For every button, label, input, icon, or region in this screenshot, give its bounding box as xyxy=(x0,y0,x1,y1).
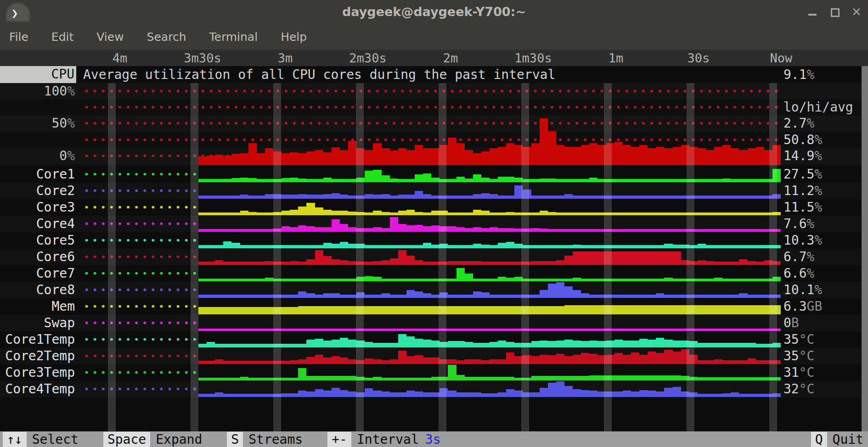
menu-bar: File Edit View Search Terminal Help xyxy=(0,24,868,50)
row-value: 7.6% xyxy=(783,216,814,232)
row-area-chart xyxy=(198,200,781,215)
hint-expand-label: Expand xyxy=(156,432,202,447)
row-core3[interactable]: Core3 11.5% xyxy=(0,199,868,216)
menu-item-view[interactable]: View xyxy=(96,30,124,44)
row-baseline-dots xyxy=(85,354,198,358)
row-swap[interactable]: Swap 0B xyxy=(0,315,868,331)
row-label[interactable]: Core7 xyxy=(0,265,75,282)
row-area-chart xyxy=(198,216,781,232)
row-label[interactable]: Core4 xyxy=(0,216,75,232)
row-value: 0B xyxy=(783,315,799,331)
row-label[interactable]: Core2 xyxy=(0,183,75,199)
key-s[interactable]: S xyxy=(227,432,243,447)
scrollbar[interactable] xyxy=(862,66,868,431)
row-label[interactable]: Core3 xyxy=(0,199,75,216)
window-controls: ✕ xyxy=(807,0,862,24)
row-label[interactable]: Core2Temp xyxy=(0,348,75,364)
row-baseline-dots xyxy=(85,189,198,192)
hint-select-label: Select xyxy=(32,432,79,447)
key-space[interactable]: Space xyxy=(103,432,150,447)
row-core5[interactable]: Core5 10.3% xyxy=(0,232,868,249)
row-baseline-dots xyxy=(85,371,198,374)
time-tick-3m30s: 3m30s xyxy=(184,51,221,65)
row-baseline-dots xyxy=(85,338,198,341)
maximize-button[interactable] xyxy=(829,7,840,17)
row-value: 6.6% xyxy=(783,265,814,282)
hint-interval[interactable]: +-Interval3s xyxy=(327,432,440,447)
title-bar[interactable]: ❯ daygeek@daygeek-Y700:~ ✕ xyxy=(0,0,868,24)
row-label[interactable]: Core8 xyxy=(0,282,75,298)
hint-streams[interactable]: SStreams xyxy=(227,432,303,447)
interval-value: 3s xyxy=(425,432,441,447)
row-core1[interactable]: Core1 27.5% xyxy=(0,166,868,183)
row-label[interactable]: Core6 xyxy=(0,249,75,265)
row-value: 35°C xyxy=(783,331,814,348)
row-baseline-dots xyxy=(85,239,198,242)
time-tick-2m30s: 2m30s xyxy=(349,51,386,65)
menu-item-edit[interactable]: Edit xyxy=(51,30,73,44)
row-core3temp[interactable]: Core3Temp 31°C xyxy=(0,364,868,381)
row-label[interactable]: Core1Temp xyxy=(0,331,75,348)
row-label[interactable]: Core3Temp xyxy=(0,364,75,381)
menu-item-search[interactable]: Search xyxy=(147,30,186,44)
row-area-chart xyxy=(198,266,781,281)
row-area-chart xyxy=(198,332,781,347)
row-label[interactable]: Core1 xyxy=(0,166,75,183)
menu-item-file[interactable]: File xyxy=(9,30,28,44)
hint-quit[interactable]: QQuit xyxy=(811,432,863,447)
row-baseline-dots xyxy=(85,222,198,225)
row-label[interactable]: Core5 xyxy=(0,232,75,249)
time-tick-30s: 30s xyxy=(688,51,710,65)
row-value: 6.7% xyxy=(783,249,814,265)
row-mem[interactable]: Mem 6.3GB xyxy=(0,298,868,315)
key-plus-minus[interactable]: +- xyxy=(327,432,351,447)
hint-expand[interactable]: SpaceExpand xyxy=(103,432,202,447)
row-baseline-dots xyxy=(85,173,198,176)
row-baseline-dots xyxy=(85,255,198,258)
hint-streams-label: Streams xyxy=(248,432,303,447)
row-value: 6.3GB xyxy=(783,298,822,315)
hint-select[interactable]: ↑↓Select xyxy=(3,432,79,447)
row-area-chart xyxy=(198,315,781,331)
row-value: 32°C xyxy=(783,381,814,397)
time-tick-now: Now xyxy=(770,51,793,65)
row-baseline-dots xyxy=(85,206,198,209)
menu-item-help[interactable]: Help xyxy=(281,30,307,44)
row-area-chart xyxy=(198,167,781,182)
key-arrows[interactable]: ↑↓ xyxy=(3,432,27,447)
row-value: 10.3% xyxy=(783,232,822,249)
time-tick-4m: 4m xyxy=(113,51,128,65)
cpu-row-label[interactable]: CPU xyxy=(0,66,76,83)
cpu-area-chart xyxy=(198,84,781,165)
row-core2temp[interactable]: Core2Temp 35°C xyxy=(0,348,868,364)
row-core1temp[interactable]: Core1Temp 35°C xyxy=(0,331,868,348)
row-area-chart xyxy=(198,249,781,265)
row-core8[interactable]: Core8 10.1% xyxy=(0,282,868,298)
cpu-chart-section: 100% 50% 0% lo/hi/avg 2.7% 50.8% 14.9% xyxy=(0,83,868,166)
row-core4temp[interactable]: Core4Temp 32°C xyxy=(0,381,868,397)
row-cpu[interactable]: CPU Average utilization of all CPU cores… xyxy=(0,66,868,83)
row-core2[interactable]: Core2 11.2% xyxy=(0,183,868,199)
row-baseline-dots xyxy=(85,305,198,308)
row-value: 27.5% xyxy=(783,166,822,183)
row-core7[interactable]: Core7 6.6% xyxy=(0,265,868,282)
row-label[interactable]: Core4Temp xyxy=(0,381,75,397)
cpu-description: Average utilization of all CPU cores dur… xyxy=(83,66,555,83)
row-core4[interactable]: Core4 7.6% xyxy=(0,216,868,232)
row-area-chart xyxy=(198,365,781,380)
close-button[interactable]: ✕ xyxy=(851,7,862,17)
time-tick-1m30s: 1m30s xyxy=(514,51,552,65)
row-label[interactable]: Mem xyxy=(0,298,75,315)
row-baseline-dots xyxy=(85,272,198,275)
row-value: 10.1% xyxy=(783,282,822,298)
row-core6[interactable]: Core6 6.7% xyxy=(0,249,868,265)
row-area-chart xyxy=(198,233,781,248)
time-tick-3m: 3m xyxy=(278,51,293,65)
minimize-button[interactable] xyxy=(807,7,817,17)
app-window: ❯ daygeek@daygeek-Y700:~ ✕ File Edit Vie… xyxy=(0,0,868,447)
cpu-hi-value: 50.8% xyxy=(783,132,867,147)
menu-item-terminal[interactable]: Terminal xyxy=(209,30,258,44)
key-q[interactable]: Q xyxy=(811,432,827,447)
cpu-avg-value: 14.9% xyxy=(783,148,867,163)
row-label[interactable]: Swap xyxy=(0,315,75,331)
